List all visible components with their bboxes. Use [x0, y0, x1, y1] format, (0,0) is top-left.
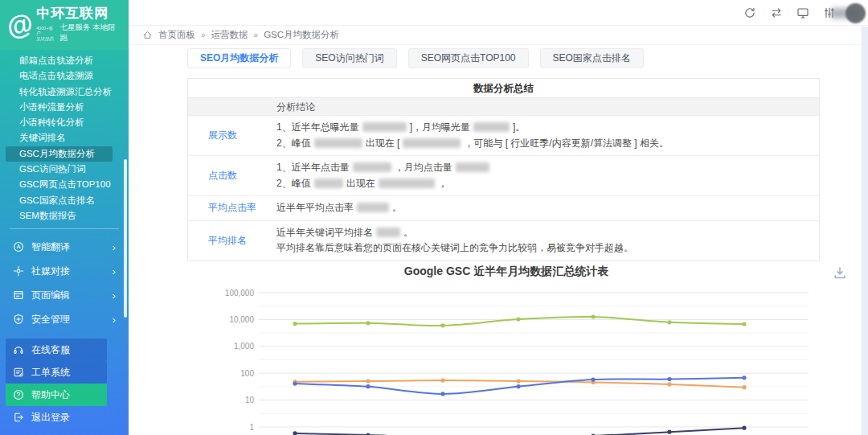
sidebar-item-7[interactable]: GSC访问热门词 [0, 162, 129, 177]
sidebar-group-label: 社媒对接 [31, 265, 70, 278]
redacted-value [314, 179, 343, 188]
sidebar-item-2[interactable]: 转化轨迹溯源汇总分析 [0, 84, 129, 100]
breadcrumb-item-2: GSC月均数据分析 [264, 29, 339, 41]
redacted-value [376, 228, 400, 237]
sidebar-bottom-2[interactable]: 帮助中心 [0, 384, 129, 406]
summary-row-2: 平均点击率近半年平均点击率。 [188, 196, 819, 221]
summary-table-header-row: 分析结论 [188, 98, 819, 116]
refresh-icon[interactable] [743, 6, 756, 19]
home-icon [142, 30, 153, 40]
swap-icon[interactable] [770, 6, 783, 19]
conclusion-line: 2、峰值出现在， [276, 176, 811, 192]
redacted-value [362, 122, 407, 132]
tab-3[interactable]: SEO国家点击排名 [540, 48, 644, 68]
sidebar-item-label: 转化轨迹溯源汇总分析 [19, 87, 112, 96]
logout-icon [13, 412, 24, 423]
avatar [845, 3, 866, 23]
summary-row-conclusion: 近半年关键词平均排名。平均排名靠后意味着您的页面在核心关键词上的竞争力比较弱，易… [276, 221, 819, 261]
redacted-value [353, 162, 391, 172]
tab-0[interactable]: SEO月均数据分析 [187, 48, 291, 68]
chevron-right-icon: › [113, 266, 116, 277]
sidebar-item-label: GSC国家点击排名 [19, 195, 95, 205]
sidebar-scrollbar-thumb[interactable] [124, 159, 127, 318]
svg-text:1: 1 [249, 423, 254, 432]
sidebar-bottom-0[interactable]: 在线客服 [0, 339, 129, 361]
sidebar-bottom-1[interactable]: 工单系统 [0, 361, 129, 384]
sidebar-item-6[interactable]: GSC月均数据分析 [0, 146, 129, 162]
page-scrollbar[interactable] [862, 27, 868, 435]
summary-row-label: 展示数 [188, 116, 276, 155]
breadcrumb-separator: » [254, 31, 259, 39]
sidebar-item-label: GSC月均数据分析 [19, 149, 95, 158]
summary-row-0: 展示数1、近半年总曝光量]，月均曝光量]。2、峰值出现在 [，可能与 [ 行业旺… [188, 116, 819, 156]
tab-2[interactable]: SEO网页点击TOP100 [408, 48, 529, 68]
help-icon [13, 389, 24, 400]
sidebar-nav: 邮箱点击轨迹分析电话点击轨迹溯源转化轨迹溯源汇总分析小语种流量分析小语种转化分析… [0, 50, 129, 224]
tab-1[interactable]: SEO访问热门词 [302, 48, 396, 68]
sidebar-bottom-label: 退出登录 [31, 411, 70, 425]
sidebar-divider [10, 228, 119, 229]
svg-text:10,000: 10,000 [229, 315, 254, 324]
svg-text:1,000: 1,000 [234, 342, 254, 351]
breadcrumb: 首页面板»运营数据»GSC月均数据分析 [129, 26, 868, 45]
logo-icon: @ [3, 9, 35, 41]
sidebar-item-label: GSC网页点击TOP100 [19, 179, 111, 189]
breadcrumb-item-1[interactable]: 运营数据 [211, 29, 248, 41]
sidebar-group-2[interactable]: 页面编辑› [0, 283, 129, 307]
sidebar-item-label: 小语种流量分析 [19, 102, 84, 112]
sidebar-item-4[interactable]: 小语种转化分析 [0, 115, 129, 130]
sidebar-item-9[interactable]: GSC国家点击排名 [0, 193, 129, 208]
sidebar-bottom-items: 在线客服工单系统帮助中心退出登录 [0, 339, 129, 429]
chart-title: Google GSC 近半年月均数据汇总统计表 [185, 265, 828, 279]
sidebar-group-label: 智能翻译 [31, 240, 70, 254]
logo-title: 中环互联网 [36, 6, 122, 22]
user-avatar[interactable] [829, 3, 868, 24]
conclusion-line: 2、峰值出现在 [，可能与 [ 行业旺季/内容更新/算法调整 ] 相关。 [276, 136, 811, 152]
monitor-icon[interactable] [796, 6, 809, 19]
translate-icon: A [13, 241, 24, 252]
summary-row-conclusion: 1、近半年总曝光量]，月均曝光量]。2、峰值出现在 [，可能与 [ 行业旺季/内… [276, 116, 819, 155]
chevron-right-icon: › [113, 290, 116, 301]
sidebar-item-8[interactable]: GSC网页点击TOP100 [0, 177, 129, 192]
sidebar-item-5[interactable]: 关键词排名 [0, 130, 129, 146]
main-content: SEO月均数据分析SEO访问热门词SEO网页点击TOP100SEO国家点击排名 … [129, 46, 862, 435]
download-icon[interactable] [833, 265, 847, 280]
sidebar-item-1[interactable]: 电话点击轨迹溯源 [0, 68, 129, 84]
redacted-value [314, 138, 362, 148]
sidebar-groups: A智能翻译›社媒对接›页面编辑›安全管理› [0, 235, 129, 331]
sidebar-item-10[interactable]: SEM数据报告 [0, 208, 129, 224]
svg-text:100,000: 100,000 [225, 289, 255, 298]
sidebar-item-0[interactable]: 邮箱点击轨迹分析 [0, 53, 129, 68]
sidebar-item-label: SEM数据报告 [19, 211, 76, 220]
conclusion-line: 1、近半年点击量，月均点击量 [276, 160, 811, 176]
summary-row-label: 平均排名 [188, 221, 276, 261]
logo: @ 中环互联网 4000+客户见证品质 七星服务 本地陪跑 [0, 0, 129, 50]
summary-header-conclusion: 分析结论 [276, 98, 819, 115]
conclusion-line: 近半年平均点击率。 [276, 200, 811, 216]
sidebar-group-3[interactable]: 安全管理› [0, 307, 129, 331]
logo-subtitle: 七星服务 本地陪跑 [59, 23, 122, 43]
sidebar-item-3[interactable]: 小语种流量分析 [0, 100, 129, 115]
sidebar-item-label: 关键词排名 [19, 133, 66, 142]
sidebar-group-label: 安全管理 [31, 313, 70, 326]
logo-text: 中环互联网 4000+客户见证品质 七星服务 本地陪跑 [36, 6, 122, 44]
sidebar-group-1[interactable]: 社媒对接› [0, 259, 129, 283]
breadcrumb-item-0[interactable]: 首页面板 [158, 29, 195, 41]
sidebar-group-0[interactable]: A智能翻译› [0, 235, 129, 259]
logo-tagline: 4000+客户见证品质 [36, 26, 57, 41]
sidebar-bottom-3[interactable]: 退出登录 [0, 406, 129, 429]
sidebar-bottom-label: 帮助中心 [31, 388, 70, 402]
summary-table: 数据分析总结 分析结论 展示数1、近半年总曝光量]，月均曝光量]。2、峰值出现在… [187, 78, 820, 261]
sidebar-group-label: 页面编辑 [31, 289, 70, 302]
sidebar: @ 中环互联网 4000+客户见证品质 七星服务 本地陪跑 邮箱点击轨迹分析电话… [0, 0, 129, 435]
chevron-right-icon: › [113, 242, 116, 252]
share-icon [13, 265, 24, 277]
conclusion-line: 1、近半年总曝光量]，月均曝光量]。 [276, 120, 811, 136]
breadcrumb-separator: » [201, 31, 206, 39]
ticket-icon [13, 367, 24, 378]
summary-row-label: 点击数 [188, 156, 276, 195]
svg-text:100: 100 [240, 369, 254, 378]
sidebar-bottom-label: 工单系统 [31, 366, 70, 380]
sidebar-item-label: 邮箱点击轨迹分析 [19, 55, 93, 65]
sidebar-item-label: GSC访问热门词 [19, 164, 85, 174]
